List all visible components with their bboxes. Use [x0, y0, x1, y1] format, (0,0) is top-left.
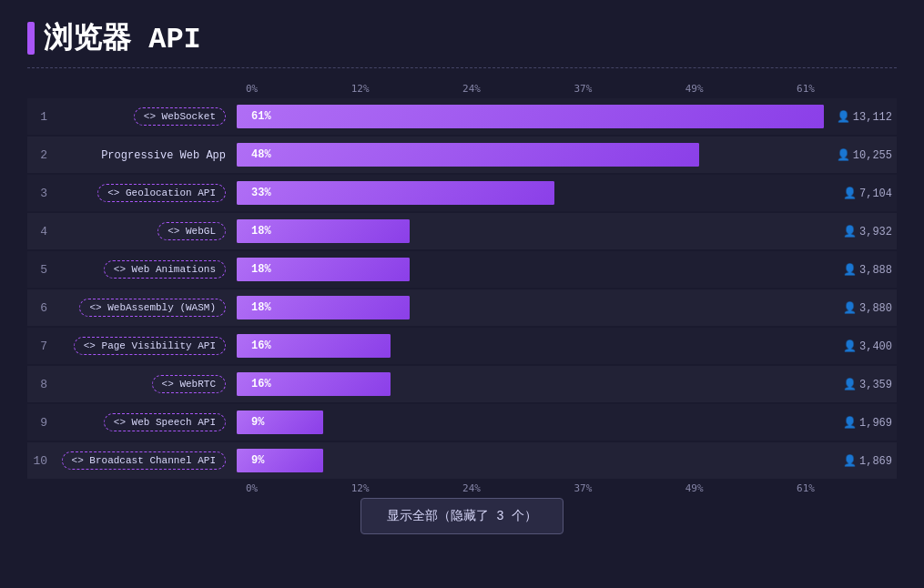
bar-track: 61%: [237, 98, 824, 135]
section-divider: [27, 67, 897, 68]
row-label: <> WebGL: [55, 222, 237, 240]
bar-percent-label: 18%: [244, 263, 279, 276]
row-count: 👤3,880: [824, 301, 897, 315]
bar-track: 48%: [237, 137, 824, 173]
row-number: 4: [27, 225, 55, 238]
axis-label-bottom: 24%: [462, 482, 481, 494]
bar-fill: 61%: [237, 105, 824, 128]
label-tag: <> Page Visibility API: [74, 337, 226, 355]
person-icon: 👤: [843, 264, 857, 277]
row-label: <> WebRTC: [55, 375, 237, 393]
row-label: <> Broadcast Channel API: [55, 451, 237, 470]
axis-top: 0%12%24%37%49%61%: [246, 83, 815, 95]
row-number: 8: [27, 378, 55, 391]
bar-percent-label: 9%: [244, 416, 271, 429]
label-tag: <> Web Speech API: [104, 413, 226, 431]
axis-label: 12%: [351, 83, 370, 95]
bar-track: 18%: [237, 251, 824, 288]
person-icon: 👤: [843, 417, 857, 430]
row-count: 👤1,869: [824, 454, 897, 468]
bar-fill-inner: [237, 105, 824, 128]
axis-label-bottom: 37%: [574, 482, 592, 494]
table-row: 1<> WebSocket61%👤13,112: [27, 98, 897, 135]
bar-fill: 16%: [237, 372, 391, 396]
axis-label: 37%: [574, 83, 592, 95]
table-row: 6<> WebAssembly (WASM)18%👤3,880: [27, 289, 897, 326]
bar-track: 18%: [237, 289, 824, 326]
label-tag: <> WebGL: [157, 222, 226, 240]
bar-track: 18%: [237, 213, 824, 249]
bar-fill: 16%: [237, 334, 391, 358]
table-row: 9<> Web Speech API9%👤1,969: [27, 404, 897, 441]
row-number: 2: [27, 148, 55, 162]
row-count: 👤13,112: [824, 110, 897, 124]
table-row: 8<> WebRTC16%👤3,359: [27, 366, 897, 402]
axis-label-bottom: 0%: [246, 482, 258, 494]
axis-label: 61%: [797, 83, 815, 95]
label-plain: Progressive Web App: [101, 149, 226, 162]
row-label: Progressive Web App: [55, 147, 237, 163]
table-row: 2Progressive Web App48%👤10,255: [27, 137, 897, 173]
row-label: <> WebSocket: [55, 107, 237, 126]
row-label: <> Web Animations: [55, 260, 237, 279]
bar-fill: 9%: [237, 411, 323, 434]
row-number: 3: [27, 187, 55, 200]
chart-container: 0%12%24%37%49%61% 1<> WebSocket61%👤13,11…: [27, 83, 897, 534]
row-count: 👤7,104: [824, 187, 897, 200]
bar-track: 9%: [237, 442, 824, 479]
person-icon: 👤: [843, 340, 857, 353]
bar-fill: 33%: [237, 181, 554, 205]
bar-track: 16%: [237, 328, 824, 364]
row-label: <> Web Speech API: [55, 413, 237, 431]
show-all-container: 显示全部（隐藏了 3 个）: [27, 498, 897, 534]
bar-fill: 18%: [237, 258, 410, 281]
table-row: 5<> Web Animations18%👤3,888: [27, 251, 897, 288]
bar-fill-inner: [237, 181, 554, 205]
axis-label: 49%: [685, 83, 704, 95]
person-icon: 👤: [843, 455, 857, 468]
row-count: 👤3,400: [824, 340, 897, 353]
row-count: 👤1,969: [824, 416, 897, 430]
label-tag: <> Broadcast Channel API: [62, 451, 226, 470]
person-icon: 👤: [843, 379, 857, 391]
table-row: 10<> Broadcast Channel API9%👤1,869: [27, 442, 897, 479]
bar-track: 33%: [237, 175, 824, 211]
bar-fill: 9%: [237, 449, 323, 472]
bar-fill: 48%: [237, 143, 699, 167]
bar-fill: 18%: [237, 296, 410, 319]
label-tag: <> WebSocket: [134, 107, 226, 126]
bar-percent-label: 16%: [244, 340, 279, 352]
axis-label: 24%: [462, 83, 481, 95]
bar-track: 9%: [237, 404, 824, 441]
bar-percent-label: 18%: [244, 225, 279, 238]
label-tag: <> Web Animations: [104, 260, 226, 279]
row-count: 👤3,888: [824, 263, 897, 277]
table-row: 4<> WebGL18%👤3,932: [27, 213, 897, 249]
axis-label-bottom: 49%: [685, 482, 704, 494]
row-label: <> Page Visibility API: [55, 337, 237, 355]
title-indicator: [27, 22, 35, 55]
chart-area: 1<> WebSocket61%👤13,1122Progressive Web …: [27, 98, 897, 479]
row-number: 7: [27, 340, 55, 353]
row-number: 1: [27, 110, 55, 124]
show-all-button[interactable]: 显示全部（隐藏了 3 个）: [360, 498, 564, 534]
row-count: 👤10,255: [824, 148, 897, 162]
axis-label-bottom: 61%: [797, 482, 815, 494]
row-label: <> Geolocation API: [55, 184, 237, 202]
label-tag: <> Geolocation API: [97, 184, 226, 202]
row-number: 6: [27, 301, 55, 315]
row-count: 👤3,359: [824, 378, 897, 391]
bar-track: 16%: [237, 366, 824, 402]
person-icon: 👤: [843, 226, 857, 238]
bar-percent-label: 48%: [244, 148, 279, 161]
label-tag: <> WebRTC: [152, 375, 226, 393]
row-number: 10: [27, 454, 55, 468]
page-title: 浏览器 API: [27, 18, 897, 58]
person-icon: 👤: [837, 111, 850, 124]
axis-label: 0%: [246, 83, 258, 95]
axis-label-bottom: 12%: [351, 482, 370, 494]
label-tag: <> WebAssembly (WASM): [79, 299, 226, 317]
bar-percent-label: 16%: [244, 378, 279, 390]
bar-fill-inner: [237, 143, 699, 167]
bar-percent-label: 33%: [244, 187, 279, 199]
